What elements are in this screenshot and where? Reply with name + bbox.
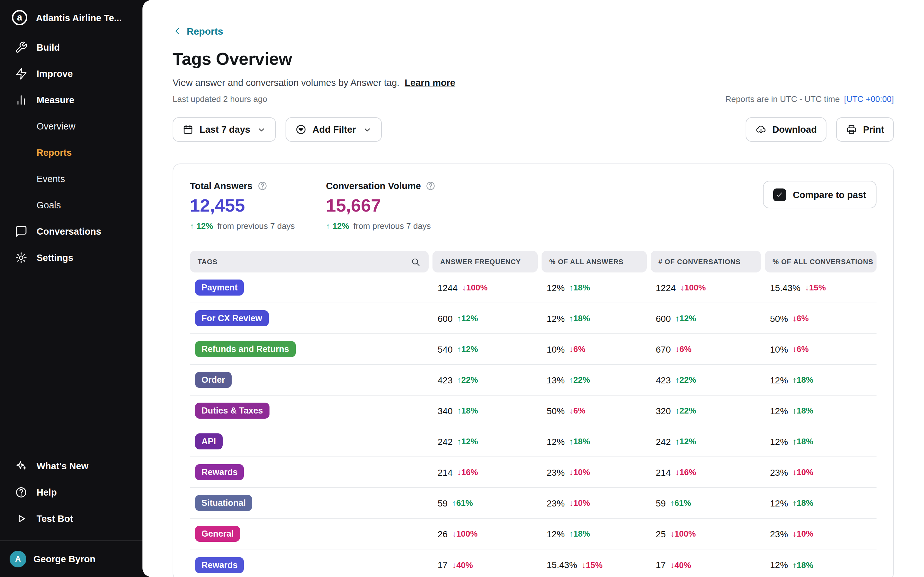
main-panel: Reports Tags Overview View answer and co…: [142, 0, 924, 577]
add-filter-button[interactable]: Add Filter: [286, 117, 381, 142]
cell-delta: ↑12%: [457, 344, 478, 354]
cell-delta: ↑18%: [792, 498, 813, 508]
cell-delta: ↓6%: [792, 344, 809, 354]
sidebar-item-help[interactable]: Help: [0, 479, 142, 505]
sidebar-item-improve[interactable]: Improve: [0, 60, 142, 87]
cell-value: 10%: [547, 344, 565, 354]
sidebar-item-conversations[interactable]: Conversations: [0, 218, 142, 244]
cell-value: 17: [656, 560, 666, 570]
download-button[interactable]: Download: [745, 117, 827, 142]
svg-text:a: a: [17, 12, 23, 23]
tag-pill[interactable]: API: [195, 434, 222, 450]
cell-value: 59: [656, 498, 666, 508]
search-icon[interactable]: [410, 256, 421, 267]
cell-delta: ↑18%: [792, 437, 813, 446]
table-row: Refunds and Returns540↑12%10%↓6%670↓6%10…: [190, 334, 877, 365]
meta-row: Last updated 2 hours ago Reports are in …: [173, 94, 894, 104]
user-menu[interactable]: A George Byron: [0, 540, 142, 577]
tag-pill[interactable]: Rewards: [195, 464, 244, 480]
print-icon: [846, 124, 857, 135]
help-circle-icon[interactable]: [425, 181, 436, 191]
checkbox-checked-icon: [773, 188, 786, 201]
table-header: TAGS ANSWER FREQUENCY % OF ALL ANSWERS #…: [190, 251, 877, 272]
cell-delta: ↑61%: [670, 498, 691, 508]
wrench-icon: [15, 41, 27, 53]
workspace-name: Atlantis Airline Te...: [36, 13, 122, 23]
tag-pill[interactable]: Order: [195, 372, 232, 388]
tag-pill[interactable]: General: [195, 526, 240, 542]
sidebar-item-overview[interactable]: Overview: [0, 113, 142, 139]
tag-pill[interactable]: Rewards: [195, 557, 244, 573]
total-answers-delta: ↑ 12% from previous 7 days: [190, 221, 326, 231]
chevron-left-icon: [173, 26, 182, 36]
calendar-icon: [182, 124, 194, 135]
sidebar-item-build[interactable]: Build: [0, 34, 142, 60]
cell-delta: ↓6%: [569, 344, 586, 354]
total-answers-value: 12,455: [190, 195, 326, 216]
sparkle-icon: [15, 459, 27, 472]
column-header-num-conversations[interactable]: # OF CONVERSATIONS: [651, 251, 761, 272]
tag-pill[interactable]: Payment: [195, 279, 244, 295]
gear-icon: [15, 251, 27, 264]
cell-value: 50%: [547, 406, 565, 416]
date-range-label: Last 7 days: [200, 124, 250, 135]
sidebar-item-settings[interactable]: Settings: [0, 244, 142, 271]
cell-value: 340: [438, 406, 453, 416]
cell-delta: ↓10%: [569, 498, 590, 508]
cell-delta: ↓100%: [670, 529, 696, 538]
cell-value: 59: [438, 498, 447, 508]
table-row: Rewards17↓40%15.43%↓15%17↓40%12%↑18%: [190, 550, 877, 577]
help-circle-icon[interactable]: [257, 181, 267, 191]
column-header-tags[interactable]: TAGS: [190, 251, 429, 272]
page-title: Tags Overview: [173, 49, 894, 69]
date-range-button[interactable]: Last 7 days: [173, 117, 276, 142]
cell-delta: ↓15%: [582, 560, 603, 570]
cell-delta: ↑18%: [569, 314, 590, 323]
print-label: Print: [863, 124, 884, 135]
conversation-volume-value: 15,667: [326, 195, 462, 216]
cell-value: 12%: [547, 436, 565, 446]
sidebar-item-events[interactable]: Events: [0, 165, 142, 192]
column-header-pct-all-answers[interactable]: % OF ALL ANSWERS: [541, 251, 647, 272]
cell-delta: ↑12%: [675, 437, 696, 446]
cell-value: 15.43%: [770, 282, 800, 293]
cell-value: 13%: [547, 375, 565, 385]
help-icon: [15, 486, 27, 498]
cell-delta: ↑18%: [457, 406, 478, 416]
workspace-switcher[interactable]: a Atlantis Airline Te...: [0, 0, 142, 34]
tag-pill[interactable]: Situational: [195, 495, 252, 511]
breadcrumb-back[interactable]: Reports: [173, 26, 223, 37]
download-icon: [755, 124, 766, 135]
tag-pill[interactable]: Refunds and Returns: [195, 341, 296, 357]
cell-delta: ↑12%: [457, 314, 478, 323]
toolbar: Last 7 days Add Filter Download Print: [173, 117, 894, 142]
tag-pill[interactable]: For CX Review: [195, 310, 268, 326]
compare-to-past-toggle[interactable]: Compare to past: [762, 181, 877, 208]
chat-icon: [15, 225, 27, 237]
download-label: Download: [772, 124, 817, 135]
cell-value: 1224: [656, 282, 676, 293]
cell-delta: ↓100%: [680, 283, 706, 292]
cell-value: 214: [438, 467, 453, 477]
cell-delta: ↑22%: [457, 375, 478, 385]
tag-pill[interactable]: Duties & Taxes: [195, 403, 270, 419]
cell-value: 25: [656, 529, 666, 539]
breadcrumb-label: Reports: [187, 26, 223, 37]
sidebar-item-test-bot[interactable]: Test Bot: [0, 505, 142, 532]
sidebar-item-reports[interactable]: Reports: [0, 139, 142, 165]
compare-to-past-label: Compare to past: [793, 189, 866, 200]
learn-more-link[interactable]: Learn more: [405, 77, 455, 88]
chevron-down-icon: [257, 125, 266, 134]
column-header-pct-all-conversations[interactable]: % OF ALL CONVERSATIONS: [765, 251, 877, 272]
sidebar-item-goals[interactable]: Goals: [0, 192, 142, 218]
cell-value: 423: [438, 375, 453, 385]
column-header-answer-frequency[interactable]: ANSWER FREQUENCY: [433, 251, 538, 272]
subtitle-text: View answer and conversation volumes by …: [173, 77, 399, 88]
print-button[interactable]: Print: [836, 117, 894, 142]
ada-logo-icon: a: [10, 8, 29, 27]
cell-value: 320: [656, 406, 671, 416]
sidebar-item-whats-new[interactable]: What's New: [0, 453, 142, 479]
sidebar-item-measure[interactable]: Measure: [0, 87, 142, 113]
timezone-link[interactable]: [UTC +00:00]: [844, 94, 894, 104]
cell-delta: ↑18%: [792, 375, 813, 385]
